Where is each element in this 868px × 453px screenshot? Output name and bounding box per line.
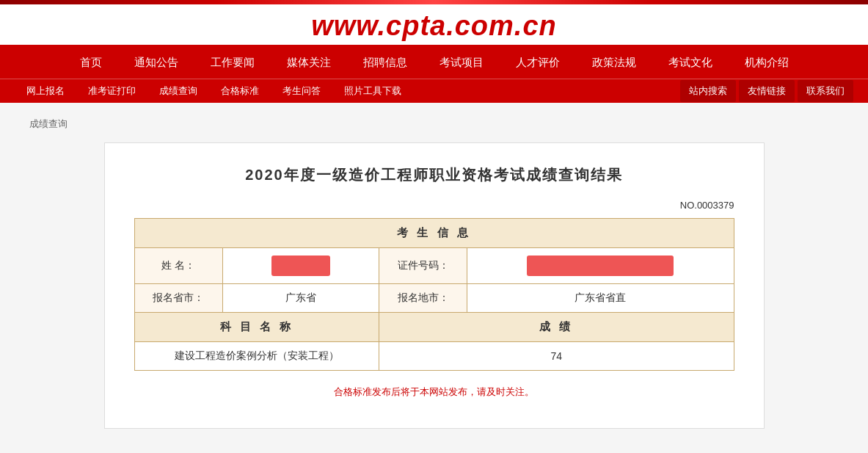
subject-header: 科 目 名 称 [134,313,379,342]
subnav-photo-tool[interactable]: 照片工具下载 [332,79,413,103]
subnav-pass-standard[interactable]: 合格标准 [209,79,271,103]
city-value: 广东省省直 [467,284,734,313]
subnav-faq[interactable]: 考生问答 [271,79,332,103]
site-header: www.cpta.com.cn [0,4,868,47]
subject-score-header-row: 科 目 名 称 成 绩 [134,313,734,342]
student-info-header: 考 生 信 息 [134,219,734,248]
subnav-contact[interactable]: 联系我们 [798,80,853,102]
province-city-row: 报名省市： 广东省 报名地市： 广东省省直 [134,284,734,313]
name-value [222,248,379,284]
nav-talent[interactable]: 人才评价 [500,47,576,79]
student-info-header-row: 考 生 信 息 [134,219,734,248]
score-value: 74 [379,342,734,371]
nav-policy[interactable]: 政策法规 [576,47,652,79]
id-redacted [527,256,674,276]
result-number-value: 0003379 [697,200,734,211]
result-card: 2020年度一级造价工程师职业资格考试成绩查询结果 NO.0003379 考 生… [104,142,765,429]
name-id-row: 姓 名： 证件号码： [134,248,734,284]
subnav-site-search[interactable]: 站内搜索 [680,80,736,102]
subnav-score-query[interactable]: 成绩查询 [147,79,209,103]
result-title: 2020年度一级造价工程师职业资格考试成绩查询结果 [134,165,734,185]
subnav-register[interactable]: 网上报名 [15,79,76,103]
score-header: 成 绩 [379,313,734,342]
breadcrumb: 成绩查询 [29,117,839,131]
nav-notice[interactable]: 通知公告 [118,47,194,79]
sub-nav: 网上报名 准考证打印 成绩查询 合格标准 考生问答 照片工具下载 站内搜索 友情… [0,79,868,103]
site-logo-url: www.cpta.com.cn [0,10,868,42]
subject-value: 建设工程造价案例分析（安装工程） [134,342,379,371]
main-nav: 首页 通知公告 工作要闻 媒体关注 招聘信息 考试项目 人才评价 政策法规 考试… [0,47,868,79]
subnav-friend-links[interactable]: 友情链接 [739,80,795,102]
name-label: 姓 名： [134,248,222,284]
subnav-admission[interactable]: 准考证打印 [76,79,147,103]
province-label: 报名省市： [134,284,222,313]
nav-about[interactable]: 机构介绍 [729,47,805,79]
sub-nav-left: 网上报名 准考证打印 成绩查询 合格标准 考生问答 照片工具下载 [15,79,413,103]
city-label: 报名地市： [379,284,467,313]
id-label: 证件号码： [379,248,467,284]
content-area: 成绩查询 2020年度一级造价工程师职业资格考试成绩查询结果 NO.000337… [0,103,868,443]
nav-recruit[interactable]: 招聘信息 [347,47,423,79]
nav-home[interactable]: 首页 [64,47,118,79]
table-row: 建设工程造价案例分析（安装工程） 74 [134,342,734,371]
info-table: 考 生 信 息 姓 名： 证件号码： 报名省市： 广东省 报名地市： 广东省省直 [134,218,734,371]
nav-exam-projects[interactable]: 考试项目 [423,47,500,79]
nav-culture[interactable]: 考试文化 [652,47,729,79]
result-number: NO.0003379 [134,200,734,211]
province-value: 广东省 [222,284,379,313]
nav-news[interactable]: 工作要闻 [194,47,271,79]
nav-media[interactable]: 媒体关注 [271,47,347,79]
result-number-label: NO. [680,200,697,211]
notice-text: 合格标准发布后将于本网站发布，请及时关注。 [134,385,734,399]
id-value [467,248,734,284]
sub-nav-right: 站内搜索 友情链接 联系我们 [680,80,853,102]
name-redacted [271,256,330,276]
